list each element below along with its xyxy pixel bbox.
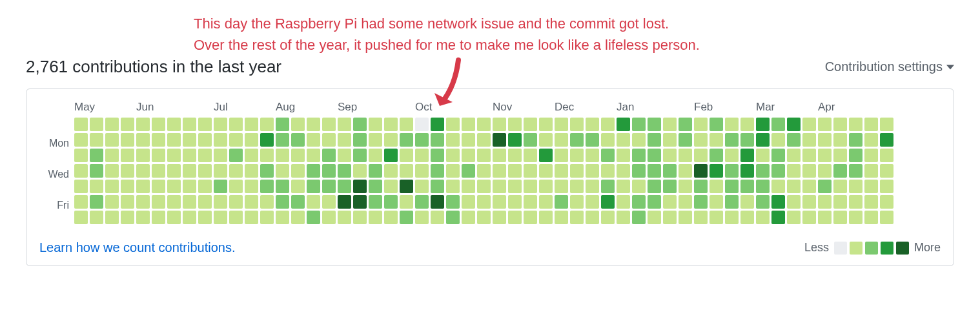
contribution-day-cell[interactable] bbox=[167, 211, 181, 224]
contribution-day-cell[interactable] bbox=[229, 133, 243, 147]
contribution-day-cell[interactable] bbox=[787, 164, 801, 178]
contribution-day-cell[interactable] bbox=[338, 118, 351, 131]
contribution-day-cell[interactable] bbox=[198, 164, 212, 178]
contribution-day-cell[interactable] bbox=[771, 164, 785, 178]
contribution-day-cell[interactable] bbox=[462, 133, 475, 147]
contribution-day-cell[interactable] bbox=[105, 195, 119, 209]
contribution-day-cell[interactable] bbox=[833, 211, 847, 224]
contribution-day-cell[interactable] bbox=[322, 133, 336, 147]
contribution-day-cell[interactable] bbox=[477, 164, 491, 178]
contribution-day-cell[interactable] bbox=[384, 195, 398, 209]
contribution-day-cell[interactable] bbox=[431, 118, 444, 131]
contribution-day-cell[interactable] bbox=[477, 180, 491, 193]
contribution-day-cell[interactable] bbox=[725, 164, 739, 178]
contribution-day-cell[interactable] bbox=[307, 133, 320, 147]
contribution-day-cell[interactable] bbox=[152, 149, 165, 162]
contribution-day-cell[interactable] bbox=[245, 164, 258, 178]
contribution-day-cell[interactable] bbox=[121, 180, 134, 193]
contribution-day-cell[interactable] bbox=[787, 149, 801, 162]
contribution-day-cell[interactable] bbox=[493, 149, 506, 162]
contribution-day-cell[interactable] bbox=[802, 164, 816, 178]
contribution-day-cell[interactable] bbox=[214, 211, 227, 224]
contribution-day-cell[interactable] bbox=[539, 149, 553, 162]
contribution-day-cell[interactable] bbox=[771, 211, 785, 224]
contribution-day-cell[interactable] bbox=[725, 211, 739, 224]
contribution-day-cell[interactable] bbox=[167, 195, 181, 209]
contribution-day-cell[interactable] bbox=[431, 149, 444, 162]
contribution-day-cell[interactable] bbox=[291, 180, 305, 193]
contribution-day-cell[interactable] bbox=[90, 195, 103, 209]
contribution-day-cell[interactable] bbox=[415, 211, 429, 224]
contribution-day-cell[interactable] bbox=[849, 195, 863, 209]
contribution-day-cell[interactable] bbox=[214, 133, 227, 147]
contribution-day-cell[interactable] bbox=[617, 211, 630, 224]
contribution-day-cell[interactable] bbox=[136, 211, 150, 224]
contribution-day-cell[interactable] bbox=[446, 211, 460, 224]
contribution-day-cell[interactable] bbox=[369, 118, 382, 131]
contribution-day-cell[interactable] bbox=[90, 180, 103, 193]
contribution-day-cell[interactable] bbox=[276, 180, 289, 193]
contribution-day-cell[interactable] bbox=[167, 133, 181, 147]
contribution-day-cell[interactable] bbox=[756, 149, 770, 162]
contribution-day-cell[interactable] bbox=[291, 211, 305, 224]
contribution-day-cell[interactable] bbox=[632, 133, 646, 147]
contribution-day-cell[interactable] bbox=[307, 195, 320, 209]
contribution-day-cell[interactable] bbox=[555, 118, 568, 131]
contribution-day-cell[interactable] bbox=[771, 195, 785, 209]
contribution-day-cell[interactable] bbox=[415, 118, 429, 131]
contribution-day-cell[interactable] bbox=[663, 195, 677, 209]
contribution-day-cell[interactable] bbox=[90, 164, 103, 178]
contribution-day-cell[interactable] bbox=[307, 211, 320, 224]
contribution-day-cell[interactable] bbox=[338, 180, 351, 193]
contribution-day-cell[interactable] bbox=[369, 180, 382, 193]
contribution-day-cell[interactable] bbox=[307, 149, 320, 162]
contribution-day-cell[interactable] bbox=[400, 195, 413, 209]
contribution-day-cell[interactable] bbox=[431, 211, 444, 224]
contribution-day-cell[interactable] bbox=[880, 164, 893, 178]
contribution-day-cell[interactable] bbox=[555, 180, 568, 193]
contribution-day-cell[interactable] bbox=[524, 164, 537, 178]
contribution-day-cell[interactable] bbox=[787, 180, 801, 193]
contribution-day-cell[interactable] bbox=[740, 149, 754, 162]
contribution-day-cell[interactable] bbox=[818, 180, 832, 193]
contribution-day-cell[interactable] bbox=[880, 133, 893, 147]
contribution-day-cell[interactable] bbox=[121, 195, 134, 209]
contribution-day-cell[interactable] bbox=[663, 164, 677, 178]
contribution-day-cell[interactable] bbox=[493, 211, 506, 224]
contribution-day-cell[interactable] bbox=[694, 149, 708, 162]
contribution-day-cell[interactable] bbox=[601, 164, 615, 178]
contribution-day-cell[interactable] bbox=[105, 133, 119, 147]
contribution-day-cell[interactable] bbox=[880, 195, 893, 209]
contribution-day-cell[interactable] bbox=[90, 133, 103, 147]
contribution-day-cell[interactable] bbox=[802, 149, 816, 162]
contribution-day-cell[interactable] bbox=[121, 164, 134, 178]
contribution-day-cell[interactable] bbox=[648, 195, 661, 209]
contribution-day-cell[interactable] bbox=[833, 133, 847, 147]
contribution-day-cell[interactable] bbox=[462, 164, 475, 178]
contribution-day-cell[interactable] bbox=[183, 180, 196, 193]
contribution-day-cell[interactable] bbox=[787, 133, 801, 147]
contribution-day-cell[interactable] bbox=[524, 149, 537, 162]
contribution-day-cell[interactable] bbox=[802, 118, 816, 131]
contribution-day-cell[interactable] bbox=[802, 180, 816, 193]
contribution-day-cell[interactable] bbox=[586, 164, 599, 178]
contribution-day-cell[interactable] bbox=[136, 180, 150, 193]
learn-contributions-link[interactable]: Learn how we count contributions. bbox=[39, 240, 236, 255]
contribution-day-cell[interactable] bbox=[74, 149, 88, 162]
contribution-day-cell[interactable] bbox=[245, 211, 258, 224]
contribution-day-cell[interactable] bbox=[462, 195, 475, 209]
contribution-day-cell[interactable] bbox=[818, 149, 832, 162]
contribution-day-cell[interactable] bbox=[260, 149, 274, 162]
contribution-day-cell[interactable] bbox=[74, 118, 88, 131]
contribution-day-cell[interactable] bbox=[787, 118, 801, 131]
contribution-day-cell[interactable] bbox=[787, 195, 801, 209]
contribution-day-cell[interactable] bbox=[307, 180, 320, 193]
contribution-day-cell[interactable] bbox=[183, 211, 196, 224]
contribution-day-cell[interactable] bbox=[322, 211, 336, 224]
contribution-day-cell[interactable] bbox=[152, 164, 165, 178]
contribution-day-cell[interactable] bbox=[709, 195, 723, 209]
contribution-day-cell[interactable] bbox=[446, 149, 460, 162]
contribution-day-cell[interactable] bbox=[152, 180, 165, 193]
contribution-day-cell[interactable] bbox=[152, 118, 165, 131]
contribution-day-cell[interactable] bbox=[709, 149, 723, 162]
